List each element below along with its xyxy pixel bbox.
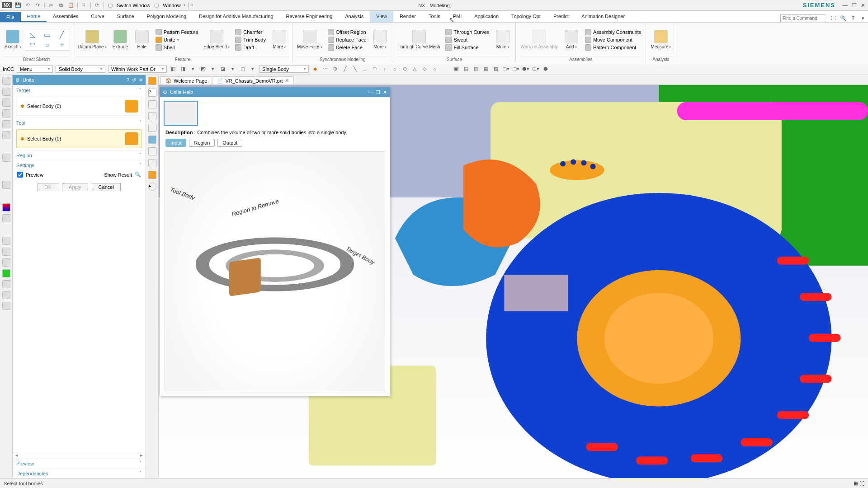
snap-icon1[interactable]: ⊕ (331, 66, 339, 73)
surface-more-button[interactable]: More (493, 29, 513, 51)
body-rule-select[interactable]: Single Body (259, 66, 309, 73)
tab-surface[interactable]: Surface (111, 11, 141, 22)
datum-plane-button[interactable]: Datum Plane (76, 29, 108, 51)
replace-face-button[interactable]: Replace Face (326, 36, 368, 43)
settings-icon[interactable] (2, 88, 10, 96)
view-icon1[interactable]: ▣ (453, 66, 460, 73)
undo-icon[interactable]: ↶ (24, 2, 32, 9)
tab-analysis[interactable]: Analysis (339, 11, 370, 22)
draft-button[interactable]: Draft (233, 44, 268, 51)
help-close-icon[interactable]: ✕ (383, 89, 387, 95)
render-icon[interactable] (148, 171, 156, 179)
file-menu[interactable]: File (0, 12, 21, 22)
view-dd3[interactable]: ⬢▾ (522, 66, 529, 73)
view-icon4[interactable]: ▦ (482, 66, 490, 73)
more-filters-icon[interactable]: ⋯ (321, 66, 329, 73)
tab-render[interactable]: Render (393, 11, 422, 22)
section-target[interactable]: Target˄ (13, 85, 146, 95)
filter-icon4[interactable]: ◩ (199, 66, 207, 73)
play-icon[interactable]: ▸ (148, 183, 156, 191)
type-filter-select[interactable]: Solid Body (56, 66, 105, 73)
section-region[interactable]: Region˅ (13, 150, 146, 160)
bottom-icon6[interactable] (2, 291, 10, 299)
tool-body-icon[interactable] (125, 132, 138, 145)
tab-tools[interactable]: Tools (422, 11, 447, 22)
scroll-left-icon[interactable]: ◂ (15, 452, 18, 458)
tab-assemblies[interactable]: Assemblies (47, 11, 85, 22)
view-icon5[interactable]: ▧ (492, 66, 500, 73)
part-nav-icon[interactable] (2, 99, 10, 107)
doctab-part[interactable]: 📄 VR_Chassis_DemoVR.prt ✕ (212, 76, 293, 84)
dialog-help-toggle-icon[interactable]: ? (127, 77, 129, 83)
assembly-nav-icon[interactable] (2, 109, 10, 117)
palette-icon[interactable] (2, 203, 10, 211)
dialog-options-icon[interactable]: ⚙ (15, 77, 20, 83)
bottom-icon2[interactable] (2, 248, 10, 256)
measure-button[interactable]: Measure (649, 29, 673, 51)
history-icon[interactable] (2, 181, 10, 189)
filter-icon6[interactable]: ◪ (219, 66, 226, 73)
chamfer-button[interactable]: Chamfer (233, 28, 268, 36)
tab-curve[interactable]: Curve (85, 11, 110, 22)
section-settings[interactable]: Settings˅ (13, 160, 146, 170)
switch-window-icon[interactable]: ▢ (107, 2, 114, 9)
fill-surface-button[interactable]: Fill Surface (443, 44, 491, 51)
tab-application[interactable]: Application (468, 11, 505, 22)
view-icon6[interactable]: ⬢ (542, 66, 549, 73)
feature-more-button[interactable]: More (269, 29, 289, 51)
tab-home[interactable]: Home (21, 11, 47, 22)
show-result-icon[interactable]: 🔍 (135, 172, 141, 178)
view-nav-icon[interactable] (148, 159, 156, 167)
facet-icon[interactable] (148, 136, 156, 144)
redo-icon[interactable]: ↷ (34, 2, 42, 9)
move-face-button[interactable]: Move Face (295, 29, 324, 51)
snap-icon2[interactable]: ╱ (341, 66, 349, 73)
snap-icon9[interactable]: △ (411, 66, 418, 73)
view-icon3[interactable]: ▥ (472, 66, 480, 73)
hd3d-icon[interactable] (2, 154, 10, 162)
offset-region-button[interactable]: Offset Region (326, 28, 368, 36)
snap-icon8[interactable]: ⊙ (401, 66, 408, 73)
find-command-box[interactable]: 🔍 (780, 14, 826, 22)
help-tab-input[interactable]: Input (165, 139, 186, 147)
pattern-component-button[interactable]: Pattern Component (583, 44, 643, 51)
view-dd4[interactable]: ⬡▾ (532, 66, 539, 73)
filter-icon2[interactable]: ◨ (179, 66, 187, 73)
scroll-right-icon[interactable]: ▸ (140, 452, 143, 458)
extrude-button[interactable]: Extrude (110, 29, 130, 51)
unite-button[interactable]: Unite ▾ (154, 36, 200, 43)
minimize-icon[interactable]: — (842, 2, 848, 9)
snap-icon11[interactable]: ○ (431, 66, 438, 73)
menu-button[interactable]: Menu (17, 66, 53, 73)
edge-blend-button[interactable]: Edge Blend (202, 29, 231, 51)
snap-icon6[interactable]: ↑ (381, 66, 388, 73)
bottom-icon5[interactable] (2, 280, 10, 288)
section-tool[interactable]: Tool˄ (13, 117, 146, 127)
filter-icon8[interactable]: ▢ (239, 66, 246, 73)
switch-window-label[interactable]: Switch Window (117, 3, 151, 8)
shell-button[interactable]: Shell (154, 44, 200, 51)
move-component-button[interactable]: Move Component (583, 36, 643, 43)
section-dependencies[interactable]: Dependencies˅ (13, 468, 146, 478)
filter-icon9[interactable]: ▾ (249, 66, 256, 73)
save-icon[interactable]: 💾 (14, 2, 22, 9)
cancel-button[interactable]: Cancel (92, 183, 121, 191)
window-icon[interactable]: ▢ (153, 2, 160, 9)
solid-body-icon[interactable] (148, 77, 156, 85)
doctab-welcome[interactable]: 🏠 Welcome Page (160, 76, 212, 84)
copy-icon[interactable]: ⧉ (57, 2, 65, 9)
restore-icon[interactable]: ❐ (851, 2, 857, 9)
snap-icon5[interactable]: ◠ (371, 66, 378, 73)
view-dd1[interactable]: ▢▾ (502, 66, 509, 73)
filter-icon3[interactable]: ▾ (189, 66, 197, 73)
tab-reverse[interactable]: Reverse Engineering (280, 11, 339, 22)
view-dd2[interactable]: ▢▾ (512, 66, 519, 73)
bottom-icon3[interactable] (2, 258, 10, 267)
help-hint-icon[interactable]: ? (148, 89, 156, 97)
snap-icon3[interactable]: ╲ (351, 66, 359, 73)
snap-icon4[interactable]: ⟂ (361, 66, 368, 73)
assembly-constraints-button[interactable]: Assembly Constraints (583, 28, 643, 36)
pattern-feature-button[interactable]: Pattern Feature (154, 28, 200, 36)
status-icon2[interactable]: ⛶ (859, 481, 864, 486)
bottom-icon7[interactable] (2, 302, 10, 310)
